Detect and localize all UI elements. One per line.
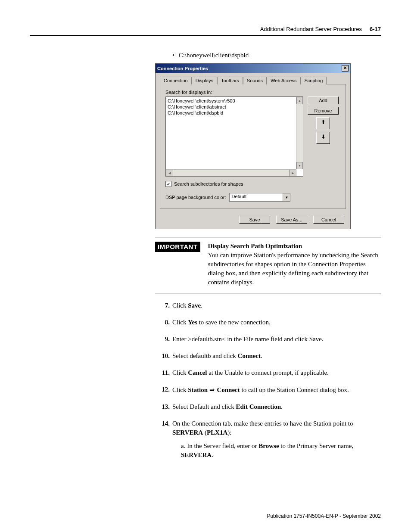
step-number: 9. (155, 335, 170, 344)
remove-button[interactable]: Remove (308, 107, 339, 115)
bg-color-value: Default (230, 193, 283, 201)
section-rule-top (155, 237, 381, 237)
bullet-item: • C:\honeywell\client\dspbld (172, 52, 381, 59)
search-subdirs-label: Search subdirectories for shapes (174, 181, 243, 187)
step-number: 14. (155, 419, 170, 460)
horizontal-scrollbar[interactable]: ◀ ▶ (166, 169, 296, 176)
bg-color-select[interactable]: Default ▼ (229, 193, 290, 202)
page-number: 6-17 (370, 26, 381, 32)
important-body: You can improve Station's performance by… (208, 252, 378, 286)
header-rule (30, 35, 381, 36)
important-title: Display Search Path Optimization (208, 243, 302, 249)
scroll-up-icon[interactable]: ▲ (296, 97, 303, 104)
step-number: 12. (155, 385, 170, 395)
step-number: 11. (155, 368, 170, 377)
step-number: 7. (155, 301, 170, 310)
chevron-down-icon[interactable]: ▼ (283, 193, 290, 201)
sub-step: a. In the Server field, enter or Browse … (181, 442, 381, 460)
save-as-button[interactable]: Save As... (276, 216, 307, 224)
cancel-button[interactable]: Cancel (313, 216, 344, 224)
step-text: Click Cancel at the Unable to connect pr… (172, 368, 381, 377)
sub-step-letter: a. (181, 442, 185, 449)
close-icon[interactable]: ✕ (342, 65, 349, 72)
running-header: Additional Redundant Server Procedures (260, 26, 362, 32)
scroll-left-icon[interactable]: ◀ (166, 170, 173, 176)
scroll-right-icon[interactable]: ▶ (289, 170, 296, 176)
list-item[interactable]: C:\Honeywell\client\dspbld (168, 110, 301, 116)
bg-color-label: DSP page background color: (165, 195, 226, 200)
connection-properties-dialog: Connection Properties ✕ Connection Displ… (155, 63, 351, 229)
step-list: 7. Click Save. 8. Click Yes to save the … (155, 301, 381, 460)
scroll-down-icon[interactable]: ▼ (296, 162, 303, 169)
dialog-titlebar: Connection Properties ✕ (156, 64, 350, 73)
tab-scripting[interactable]: Scripting (300, 77, 327, 84)
list-item[interactable]: C:\Honeywell\client\system\r500 (168, 98, 301, 104)
step-number: 8. (155, 318, 170, 327)
section-rule-bottom (155, 293, 381, 293)
save-button[interactable]: Save (239, 216, 270, 224)
tab-strip: Connection Displays Toolbars Sounds Web … (160, 76, 346, 84)
tab-panel: Search for displays in: C:\Honeywell\cli… (160, 84, 346, 209)
step-text: Select defaultb and click Connect. (172, 352, 381, 361)
tab-webaccess[interactable]: Web Access (267, 77, 300, 84)
step-number: 13. (155, 402, 170, 411)
search-subdirs-checkbox[interactable]: ✓ (165, 181, 171, 187)
bullet-text: C:\honeywell\client\dspbld (179, 52, 249, 59)
vertical-scrollbar[interactable]: ▲ ▼ (296, 97, 303, 169)
step-number: 10. (155, 352, 170, 361)
step-text: Click Station ⇒ Connect to call up the S… (172, 385, 381, 395)
step-text: On the Connection tab, make these entrie… (172, 419, 381, 460)
publication-footer: Publication 1757-IN500A-EN-P - September… (267, 513, 381, 519)
displays-path-list[interactable]: C:\Honeywell\client\system\r500 C:\Honey… (165, 96, 303, 177)
important-text: Display Search Path Optimization You can… (208, 242, 381, 287)
search-label: Search for displays in: (165, 90, 340, 95)
list-item[interactable]: C:\Honeywell\client\abstract (168, 104, 301, 110)
step-text: Enter >defaultb.stn< in the File name fi… (172, 335, 381, 344)
dialog-title: Connection Properties (157, 66, 208, 71)
move-up-button[interactable]: ⬆ (316, 117, 330, 129)
step-text: Click Save. (172, 301, 381, 310)
tab-sounds[interactable]: Sounds (243, 77, 267, 84)
tab-connection[interactable]: Connection (160, 77, 192, 84)
add-button[interactable]: Add (308, 96, 339, 104)
step-text: Click Yes to save the new connection. (172, 318, 381, 327)
tab-toolbars[interactable]: Toolbars (217, 77, 243, 84)
tab-displays[interactable]: Displays (192, 77, 218, 84)
step-text: Select Default and click Edit Connection… (172, 402, 381, 411)
move-down-button[interactable]: ⬇ (316, 132, 330, 144)
important-badge: IMPORTANT (155, 242, 200, 252)
bullet-dot: • (172, 52, 174, 59)
